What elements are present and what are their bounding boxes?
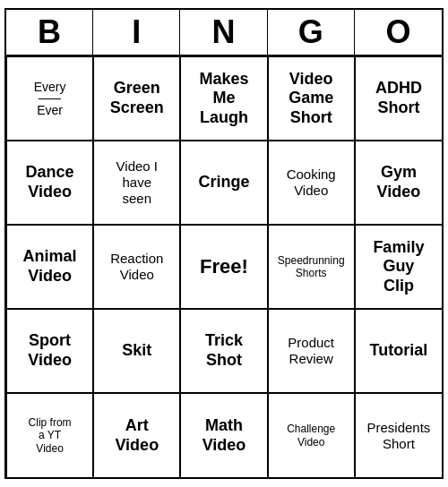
cell-text: Skit xyxy=(122,341,151,361)
free-space: Free! xyxy=(200,255,248,278)
cell-text: MakesMeLaugh xyxy=(199,70,248,128)
cell-text: VideoGameShort xyxy=(289,70,333,128)
bingo-cell[interactable]: PresidentsShort xyxy=(355,393,442,477)
cell-text: AnimalVideo xyxy=(23,247,77,286)
bingo-cell[interactable]: ADHDShort xyxy=(355,56,442,141)
bingo-cell[interactable]: SportVideo xyxy=(6,309,93,393)
bingo-cell[interactable]: Free! xyxy=(180,225,267,309)
cell-text: ChallengeVideo xyxy=(287,423,335,449)
header-letter: G xyxy=(268,10,355,55)
bingo-cell[interactable]: Every Ever xyxy=(6,56,93,141)
divider xyxy=(39,98,61,99)
bingo-grid: Every Ever GreenScreenMakesMeLaughVideoG… xyxy=(6,56,442,477)
bingo-cell[interactable]: ChallengeVideo xyxy=(268,393,355,477)
cell-text: Video Ihaveseen xyxy=(116,158,158,207)
bingo-cell[interactable]: GreenScreen xyxy=(93,56,180,141)
bingo-header: BINGO xyxy=(6,10,442,56)
bingo-cell[interactable]: ProductReview xyxy=(268,309,355,393)
cell-text: ADHDShort xyxy=(375,79,422,117)
cell-text: ProductReview xyxy=(288,335,334,367)
bingo-cell[interactable]: AnimalVideo xyxy=(6,225,93,309)
bingo-cell[interactable]: VideoGameShort xyxy=(268,56,355,141)
cell-text: Clip froma YTVideo xyxy=(29,416,72,455)
bingo-cell[interactable]: Tutorial xyxy=(355,309,442,393)
cell-text: SpeedrunningShorts xyxy=(278,254,345,280)
bingo-cell[interactable]: DanceVideo xyxy=(6,141,93,225)
cell-text: SportVideo xyxy=(28,331,72,370)
header-letter: B xyxy=(6,10,93,55)
cell-text: Cringe xyxy=(198,173,249,192)
bingo-cell[interactable]: TrickShot xyxy=(180,309,267,393)
bingo-cell[interactable]: MakesMeLaugh xyxy=(180,56,267,141)
bingo-cell[interactable]: GymVideo xyxy=(355,141,442,225)
bingo-cell[interactable]: Skit xyxy=(93,309,180,393)
cell-text: FamilyGuyClip xyxy=(373,238,424,296)
header-letter: I xyxy=(93,10,180,55)
bingo-cell[interactable]: SpeedrunningShorts xyxy=(268,225,355,309)
bingo-cell[interactable]: ReactionVideo xyxy=(93,225,180,309)
cell-text: GymVideo xyxy=(377,163,421,201)
cell-text: CookingVideo xyxy=(287,167,336,199)
bingo-cell[interactable]: MathVideo xyxy=(180,393,267,477)
cell-text: GreenScreen xyxy=(110,79,164,117)
bingo-cell[interactable]: ArtVideo xyxy=(93,393,180,477)
bingo-cell[interactable]: Video Ihaveseen xyxy=(93,141,180,225)
cell-text: TrickShot xyxy=(205,331,243,370)
bingo-card: BINGO Every Ever GreenScreenMakesMeLaugh… xyxy=(4,8,444,479)
cell-text: ReactionVideo xyxy=(110,251,163,283)
bingo-cell[interactable]: FamilyGuyClip xyxy=(355,225,442,309)
header-letter: N xyxy=(180,10,267,55)
cell-text: PresidentsShort xyxy=(366,420,430,452)
cell-text: MathVideo xyxy=(202,416,246,455)
cell-text: Ever xyxy=(37,103,63,118)
header-letter: O xyxy=(355,10,442,55)
cell-text: DanceVideo xyxy=(26,163,74,201)
cell-text: Every xyxy=(34,80,66,95)
bingo-cell[interactable]: Clip froma YTVideo xyxy=(6,393,93,477)
bingo-cell[interactable]: CookingVideo xyxy=(268,141,355,225)
bingo-cell[interactable]: Cringe xyxy=(180,141,267,225)
cell-text: ArtVideo xyxy=(115,416,159,455)
cell-text: Tutorial xyxy=(370,341,428,361)
